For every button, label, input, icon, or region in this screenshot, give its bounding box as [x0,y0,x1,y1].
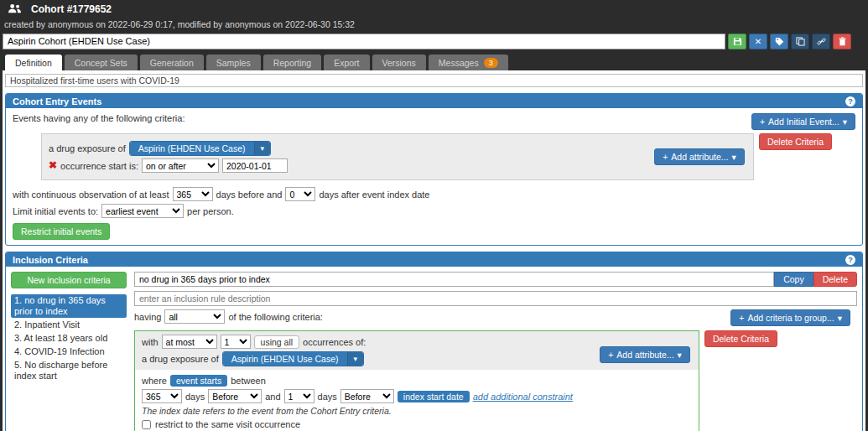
caret-down-icon: ▾ [678,350,682,360]
trash-icon [838,37,847,46]
days-before-select[interactable]: 365 [173,187,213,201]
caret-down-icon: ▾ [843,117,847,127]
cohort-name-row: ✕ [0,32,868,52]
delete-cohort-button[interactable] [833,34,851,49]
inclusion-criteria-header: Inclusion Criteria ? [6,252,862,267]
end-direction-select[interactable]: Before [340,389,394,403]
same-visit-checkbox[interactable] [142,420,151,429]
caret-down-icon[interactable]: ▾ [254,142,271,155]
criteria-type-label: a drug exposure of [49,143,126,153]
created-modified-line: created by anonymous on 2022-06-29 0:17,… [0,18,868,32]
limit-initial-events-select[interactable]: earliest event [101,204,184,218]
start-days-select[interactable]: 365 [142,389,182,403]
occurrence-count-select[interactable]: 1 [221,335,251,349]
copy-button[interactable] [791,34,809,49]
delete-criteria-button[interactable]: Delete Criteria [704,330,777,347]
occurrence-op-select[interactable]: at most [162,335,217,349]
where-label: where [142,376,167,386]
add-initial-event-button[interactable]: + Add Initial Event... ▾ [751,113,855,130]
users-icon [8,3,21,15]
messages-count-badge: 3 [484,58,498,68]
caret-down-icon: ▾ [838,313,842,323]
inclusion-rule-detail: Copy Delete having all of the following … [134,272,857,431]
caret-down-icon: ▾ [732,152,736,162]
days-label: days [318,392,337,402]
add-criteria-to-group-button[interactable]: + Add criteria to group... ▾ [730,309,850,326]
rule-item-1[interactable]: 1. no drug in 365 days prior to index [11,294,127,318]
inclusion-rule-list: New inclusion criteria 1. no drug in 365… [11,272,127,383]
observation-prefix: with continuous observation of at least [13,190,169,200]
event-starts-tag[interactable]: event starts [170,375,227,387]
section-title: Inclusion Criteria [13,255,88,265]
rule-name-input[interactable] [134,272,774,287]
cohort-name-input[interactable] [3,34,725,49]
index-date-note: The index date refers to the event from … [142,406,692,416]
observation-suffix: days after event index date [319,190,429,200]
end-days-select[interactable]: 1 [284,389,314,403]
help-icon[interactable]: ? [845,96,855,106]
copy-icon [796,37,805,46]
close-button[interactable]: ✕ [749,34,767,49]
new-inclusion-criteria-button[interactable]: New inclusion criteria [11,272,127,288]
having-select[interactable]: all [164,309,225,324]
observation-mid: days before and [216,190,283,200]
tab-definition[interactable]: Definition [5,55,62,70]
rule-item-2[interactable]: 2. Inpatient Visit [11,319,127,331]
tab-messages[interactable]: Messages 3 [429,55,508,70]
rule-item-5[interactable]: 5. No discharge before index start [11,359,127,382]
days-after-select[interactable]: 0 [285,187,315,201]
concept-set-button[interactable]: Aspirin (EHDEN Use Case) ▾ [222,351,364,366]
cohort-entry-events-panel: Cohort Entry Events ? Events having any … [5,93,863,246]
days-label: days [185,392,205,402]
per-person-label: per person. [187,206,234,216]
index-start-date-tag[interactable]: index start date [398,391,470,402]
add-attribute-button[interactable]: + Add attribute... ▾ [600,346,690,363]
caret-down-icon[interactable]: ▾ [347,352,364,366]
tab-versions[interactable]: Versions [372,55,426,70]
tab-generation[interactable]: Generation [140,55,204,70]
link-icon [817,37,826,46]
delete-rule-button[interactable]: Delete [813,272,857,287]
with-label: with [142,337,159,347]
remove-attribute-icon[interactable]: ✖ [49,161,57,170]
tab-reporting[interactable]: Reporting [263,55,322,70]
having-suffix: of the following criteria: [228,312,323,322]
concept-set-button[interactable]: Aspirin (EHDEN Use Case) ▾ [129,141,271,156]
tag-icon [775,37,784,46]
definition-tab-content: Cohort Entry Events ? Events having any … [3,70,865,431]
plus-icon: + [760,117,765,127]
inclusion-criteria-panel: Inclusion Criteria ? New inclusion crite… [5,252,863,431]
save-button[interactable] [728,34,746,49]
floppy-disk-icon [733,37,742,46]
cohort-entry-events-header: Cohort Entry Events ? [6,94,862,108]
rule-item-3[interactable]: 3. At least 18 years old [11,332,127,345]
rule-description-input[interactable] [134,291,857,306]
tab-samples[interactable]: Samples [206,55,261,70]
titlebar: Cohort #1779652 [0,0,868,18]
plus-icon: + [739,313,744,323]
tag-button[interactable] [770,34,788,49]
plus-icon: + [663,152,668,162]
x-mark-icon: ✕ [755,37,761,46]
start-direction-select[interactable]: Before [208,389,262,403]
tab-concept-sets[interactable]: Concept Sets [65,55,138,70]
copy-rule-button[interactable]: Copy [774,272,813,287]
cohort-description-input[interactable] [5,74,863,87]
using-all-button[interactable]: using all [254,335,300,349]
criteria-type-label: a drug exposure of [142,354,219,364]
occurrence-start-operator-select[interactable]: on or after [142,158,219,173]
delete-criteria-button[interactable]: Delete Criteria [759,133,832,150]
occurrence-start-date-input[interactable] [222,158,288,173]
add-additional-constraint-link[interactable]: add additional constraint [473,392,573,402]
help-icon[interactable]: ? [845,255,855,265]
add-attribute-button[interactable]: + Add attribute... ▾ [654,148,745,165]
occurrences-of-label: occurrences of: [303,337,366,347]
entry-events-intro: Events having any of the following crite… [13,113,185,123]
having-label: having [134,312,161,322]
link-button[interactable] [812,34,830,49]
restrict-initial-events-button[interactable]: Restrict initial events [13,223,110,240]
tab-export[interactable]: Export [324,55,369,70]
section-title: Cohort Entry Events [13,96,101,106]
rule-item-4[interactable]: 4. COVID-19 Infection [11,345,127,358]
same-visit-label: restrict to the same visit occurrence [155,419,300,429]
